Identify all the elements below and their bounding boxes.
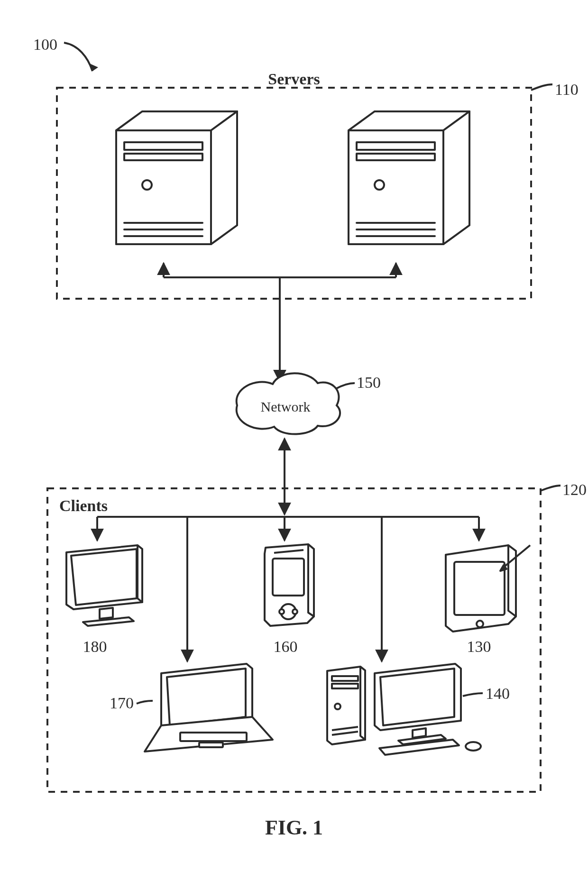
svg-point-29 <box>335 704 340 709</box>
phone-client-icon <box>265 544 314 626</box>
svg-rect-26 <box>332 684 358 688</box>
svg-rect-1 <box>124 142 202 150</box>
clients-box: Clients 120 <box>47 481 587 792</box>
svg-point-21 <box>477 621 483 627</box>
figure-caption: FIG. 1 <box>265 816 323 839</box>
phone-ref: 160 <box>274 638 298 655</box>
monitor-ref: 180 <box>83 638 107 655</box>
server-2-icon <box>349 111 469 244</box>
svg-point-18 <box>293 609 297 614</box>
server-interconnect <box>164 263 396 382</box>
server-1-icon <box>116 111 237 244</box>
svg-rect-8 <box>357 154 435 160</box>
monitor-client-icon <box>66 545 142 626</box>
servers-title: Servers <box>268 70 320 88</box>
svg-point-30 <box>466 742 481 751</box>
svg-point-9 <box>375 180 384 190</box>
laptop-client-icon <box>145 664 273 752</box>
svg-rect-7 <box>357 142 435 150</box>
laptop-ref: 170 <box>110 694 134 712</box>
tablet-client-icon <box>446 545 530 632</box>
svg-rect-25 <box>332 676 358 681</box>
svg-rect-20 <box>454 562 505 615</box>
overall-ref: 100 <box>33 36 98 71</box>
overall-ref-number: 100 <box>33 36 57 53</box>
svg-rect-15 <box>273 559 304 596</box>
svg-rect-24 <box>199 743 223 747</box>
svg-point-17 <box>279 609 284 614</box>
desktop-client-icon <box>327 664 481 755</box>
clients-ref: 120 <box>562 481 587 498</box>
svg-rect-23 <box>180 733 247 741</box>
svg-point-3 <box>142 180 152 190</box>
servers-ref: 110 <box>555 81 579 98</box>
desktop-ref: 140 <box>486 685 510 702</box>
clients-title: Clients <box>59 497 108 514</box>
network-ref: 150 <box>357 374 381 391</box>
tablet-ref: 130 <box>467 638 491 655</box>
network-label: Network <box>261 399 311 414</box>
svg-rect-2 <box>124 154 202 160</box>
network-cloud: Network 150 <box>237 373 381 434</box>
patent-figure-canvas: 100 Servers 110 <box>0 0 588 871</box>
